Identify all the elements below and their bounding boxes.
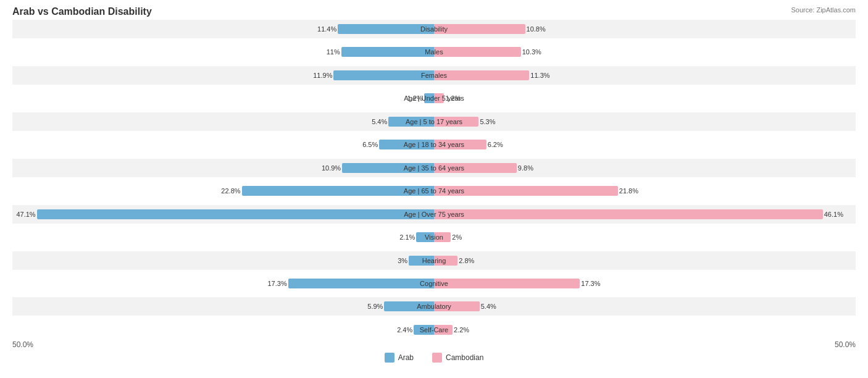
row-inner: Age | 18 to 34 years6.5%6.2%: [12, 135, 856, 154]
bar-center-label: Age | Over 75 years: [404, 211, 464, 218]
chart-container: Arab vs Cambodian Disability Source: Zip…: [0, 0, 868, 378]
bar-row: Age | 65 to 74 years22.8%21.8%: [12, 182, 856, 200]
bar-center-label: Ambulatory: [417, 303, 451, 310]
cambodian-value: 2.2%: [454, 326, 469, 334]
axis-right: 50.0%: [835, 340, 856, 349]
arab-value: 5.4%: [372, 118, 387, 125]
cambodian-bar: [434, 24, 525, 34]
bar-center-label: Age | 35 to 64 years: [404, 164, 464, 172]
arab-bar: [288, 279, 434, 288]
cambodian-bar: [434, 47, 521, 57]
arab-value: 5.9%: [367, 303, 383, 310]
row-inner: Age | Under 5 years1.2%1.2%: [12, 89, 856, 107]
cambodian-value: 10.8%: [527, 25, 546, 33]
legend-arab-label: Arab: [398, 353, 414, 362]
chart-area: Disability11.4%10.8%Males11%10.3%Females…: [12, 20, 856, 339]
bar-center-label: Age | 65 to 74 years: [404, 187, 464, 195]
bar-center-label: Disability: [420, 25, 448, 33]
axis-labels: 50.0% 50.0%: [12, 339, 856, 350]
row-inner: Disability11.4%10.8%: [12, 20, 856, 38]
cambodian-bar: [434, 209, 823, 219]
cambodian-value: 6.2%: [488, 141, 503, 148]
row-inner: Age | 5 to 17 years5.4%5.3%: [12, 112, 856, 131]
row-inner: Ambulatory5.9%5.4%: [12, 297, 856, 316]
bar-row: Disability11.4%10.8%: [12, 20, 856, 38]
axis-left: 50.0%: [12, 340, 33, 349]
bar-row: Age | 5 to 17 years5.4%5.3%: [12, 112, 856, 131]
cambodian-value: 17.3%: [581, 280, 600, 287]
cambodian-value: 46.1%: [824, 211, 843, 218]
arab-value: 11.9%: [313, 72, 332, 79]
bar-row: Cognitive17.3%17.3%: [12, 274, 856, 293]
arab-value: 10.9%: [322, 164, 341, 172]
bar-row: Males11%10.3%: [12, 43, 856, 61]
cambodian-bar: [434, 70, 529, 80]
arab-bar: [338, 24, 434, 34]
bar-row: Females11.9%11.3%: [12, 66, 856, 85]
legend-cambodian: Cambodian: [432, 353, 483, 363]
bar-center-label: Age | Under 5 years: [404, 94, 464, 102]
bar-row: Age | Under 5 years1.2%1.2%: [12, 89, 856, 107]
row-inner: Age | Over 75 years47.1%46.1%: [12, 205, 856, 224]
cambodian-value: 5.4%: [481, 303, 496, 310]
bar-center-label: Females: [421, 72, 447, 79]
bar-center-label: Vision: [425, 233, 443, 241]
arab-value: 3%: [398, 257, 407, 264]
row-inner: Males11%10.3%: [12, 43, 856, 61]
row-inner: Age | 35 to 64 years10.9%9.8%: [12, 159, 856, 177]
arab-value: 17.3%: [267, 280, 286, 287]
row-inner: Hearing3%2.8%: [12, 251, 856, 270]
row-inner: Females11.9%11.3%: [12, 66, 856, 85]
bar-row: Age | 18 to 34 years6.5%6.2%: [12, 135, 856, 154]
bar-center-label: Hearing: [422, 257, 446, 264]
bar-row: Self-Care2.4%2.2%: [12, 321, 856, 339]
arab-bar: [37, 209, 434, 219]
cambodian-value: 2%: [452, 233, 462, 241]
arab-value: 11.4%: [317, 25, 336, 33]
row-inner: Vision2.1%2%: [12, 228, 856, 246]
bar-row: Hearing3%2.8%: [12, 251, 856, 270]
bar-center-label: Males: [425, 48, 443, 56]
legend-arab-box: [385, 353, 394, 363]
arab-bar: [333, 70, 434, 80]
arab-value: 22.8%: [221, 187, 240, 195]
arab-bar: [341, 47, 434, 57]
cambodian-value: 9.8%: [518, 164, 533, 172]
row-inner: Cognitive17.3%17.3%: [12, 274, 856, 293]
arab-value: 11%: [327, 48, 340, 56]
legend-arab: Arab: [385, 353, 414, 363]
row-inner: Age | 65 to 74 years22.8%21.8%: [12, 182, 856, 200]
bar-row: Vision2.1%2%: [12, 228, 856, 246]
legend: Arab Cambodian: [12, 353, 856, 363]
bar-center-label: Self-Care: [420, 326, 448, 334]
arab-value: 2.4%: [397, 326, 412, 334]
row-inner: Self-Care2.4%2.2%: [12, 321, 856, 339]
legend-cambodian-label: Cambodian: [446, 353, 483, 362]
bar-row: Age | Over 75 years47.1%46.1%: [12, 205, 856, 224]
chart-title: Arab vs Cambodian Disability: [12, 6, 856, 17]
arab-value: 47.1%: [16, 211, 35, 218]
cambodian-value: 5.3%: [480, 118, 495, 125]
arab-value: 2.1%: [399, 233, 415, 241]
bar-center-label: Cognitive: [420, 280, 448, 287]
cambodian-value: 2.8%: [459, 257, 474, 264]
source-label: Source: ZipAtlas.com: [791, 6, 856, 14]
bar-row: Age | 35 to 64 years10.9%9.8%: [12, 159, 856, 177]
bar-center-label: Age | 18 to 34 years: [404, 141, 464, 148]
cambodian-bar: [434, 279, 580, 288]
arab-value: 6.5%: [362, 141, 378, 148]
cambodian-value: 11.3%: [530, 72, 549, 79]
cambodian-value: 21.8%: [619, 187, 638, 195]
cambodian-value: 10.3%: [522, 48, 541, 56]
legend-cambodian-box: [432, 353, 442, 363]
bar-center-label: Age | 5 to 17 years: [406, 118, 462, 125]
bar-row: Ambulatory5.9%5.4%: [12, 297, 856, 316]
